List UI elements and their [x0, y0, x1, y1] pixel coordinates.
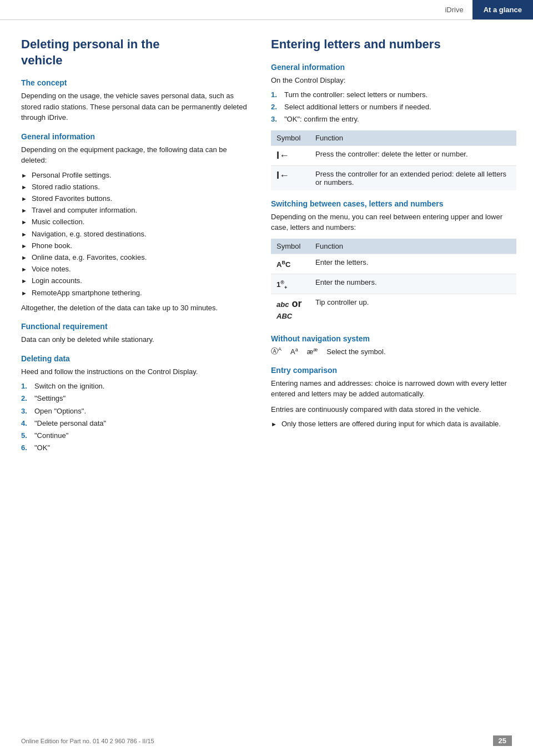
list-item: 3."OK": confirm the entry.: [271, 114, 516, 124]
list-item: ►Phone book.: [21, 241, 254, 251]
table-function: Press the controller: delete the letter …: [310, 145, 516, 165]
table-row: ABCEnter the letters.: [271, 254, 516, 274]
left-section2-heading: General information: [21, 132, 254, 141]
list-item: ►Stored radio stations.: [21, 182, 254, 192]
list-item: ►Music collection.: [21, 217, 254, 227]
right-section3-heading: Without navigation system: [271, 334, 516, 343]
step-number: 3.: [21, 406, 30, 416]
main-content: Deleting personal in the vehicle The con…: [0, 20, 533, 474]
list-item: ►Travel and computer information.: [21, 205, 254, 215]
bullet-arrow-icon: ►: [21, 183, 27, 191]
list-item: 5."Continue": [21, 431, 254, 441]
right-section1-table: Symbol Function I←Press the controller: …: [271, 130, 516, 190]
left-page-title: Deleting personal in the vehicle: [21, 37, 254, 68]
table1-col1-header: Symbol: [271, 130, 310, 146]
bullet-arrow-icon: ►: [21, 277, 27, 285]
left-section1-body: Depending on the usage, the vehicle save…: [21, 90, 254, 123]
table-function: Press the controller for an extended per…: [310, 165, 516, 190]
table1-col2-header: Function: [310, 130, 516, 146]
right-section4-bullets: ► Only those letters are offered during …: [271, 419, 516, 429]
right-section4-body2: Entries are continuously compared with d…: [271, 404, 516, 415]
right-section1-intro: On the Control Display:: [271, 75, 516, 86]
right-section1-steps: 1.Turn the controller: select letters or…: [271, 90, 516, 125]
right-section2-heading: Switching between cases, letters and num…: [271, 199, 516, 208]
list-item: 1.Turn the controller: select letters or…: [271, 90, 516, 100]
table-function: Enter the numbers.: [310, 274, 516, 294]
page-footer: Online Edition for Part no. 01 40 2 960 …: [0, 735, 533, 746]
left-section3-heading: Functional requirement: [21, 322, 254, 331]
table-function: Tip controller up.: [310, 294, 516, 326]
list-item: ►RemoteApp smartphone tethering.: [21, 288, 254, 298]
right-page-title: Entering letters and numbers: [271, 37, 516, 53]
list-item: ► Only those letters are offered during …: [271, 419, 516, 429]
table-symbol: 1®+: [271, 274, 310, 294]
bullet-arrow-icon: ►: [271, 420, 277, 429]
step-number: 1.: [21, 381, 30, 391]
bullet-arrow-icon: ►: [21, 230, 27, 239]
table-symbol: abc or ABC: [271, 294, 310, 326]
table-function: Enter the letters.: [310, 254, 516, 274]
footer-copyright: Online Edition for Part no. 01 40 2 960 …: [21, 738, 154, 744]
right-section4-bullet: Only those letters are offered during in…: [281, 419, 501, 429]
page-header: iDrive At a glance: [0, 0, 533, 20]
list-item: ►Login accounts.: [21, 276, 254, 286]
step-number: 6.: [21, 443, 30, 453]
list-item: ►Personal Profile settings.: [21, 170, 254, 180]
step-number: 2.: [271, 102, 280, 112]
list-item: 1.Switch on the ignition.: [21, 381, 254, 391]
list-item: ►Online data, e.g. Favorites, cookies.: [21, 253, 254, 263]
symbol-num: 1®+: [276, 280, 287, 289]
symbol-abc-ABC: abc: [276, 300, 289, 309]
symbol-ABC: ABC: [276, 312, 292, 320]
step-number: 4.: [21, 419, 30, 429]
bullet-arrow-icon: ►: [21, 254, 27, 262]
table-row: abc or ABCTip controller up.: [271, 294, 516, 326]
table-row: I←Press the controller: delete the lette…: [271, 145, 516, 165]
left-column: Deleting personal in the vehicle The con…: [21, 37, 254, 457]
bullet-arrow-icon: ►: [21, 289, 27, 298]
step-number: 2.: [21, 394, 30, 404]
left-section4-steps: 1.Switch on the ignition.2."Settings"3.O…: [21, 381, 254, 453]
page-number: 25: [493, 735, 512, 746]
list-item: 2.Select additional letters or numbers i…: [271, 102, 516, 112]
list-item: 6."OK": [21, 443, 254, 453]
list-item: ►Navigation, e.g. stored destinations.: [21, 229, 254, 239]
bullet-arrow-icon: ►: [21, 218, 27, 226]
table-symbol: I←: [271, 165, 310, 190]
left-section4-heading: Deleting data: [21, 354, 254, 363]
step-number: 5.: [21, 431, 30, 441]
right-section2-table: Symbol Function ABCEnter the letters.1®+…: [271, 239, 516, 326]
list-item: 2."Settings": [21, 394, 254, 404]
nav-symbol-3: ææ: [307, 347, 318, 356]
list-item: ►Stored Favorites buttons.: [21, 194, 254, 204]
left-section2-intro: Depending on the equipment package, the …: [21, 144, 254, 166]
symbol-abc: ABC: [276, 260, 290, 269]
right-section3-symbols: ⒶA Aa ææ Select the symbol.: [271, 346, 516, 356]
header-at-a-glance-label: At a glance: [472, 0, 533, 19]
right-section2-intro: Depending on the menu, you can reel betw…: [271, 211, 516, 233]
nav-symbol-2: Aa: [290, 347, 298, 356]
left-section2-footer: Altogether, the deletion of the data can…: [21, 303, 254, 314]
nav-symbol-1: ⒶA: [271, 346, 281, 356]
table2-col2-header: Function: [310, 239, 516, 254]
left-section1-heading: The concept: [21, 78, 254, 87]
table-symbol: I←: [271, 145, 310, 165]
bullet-arrow-icon: ►: [21, 172, 27, 180]
list-item: 4."Delete personal data": [21, 419, 254, 429]
right-section4-heading: Entry comparison: [271, 366, 516, 375]
right-section1-heading: General information: [271, 63, 516, 72]
left-section4-intro: Heed and follow the instructions on the …: [21, 366, 254, 377]
left-section3-body: Data can only be deleted while stationar…: [21, 334, 254, 345]
table-row: I←Press the controller for an extended p…: [271, 165, 516, 190]
bullet-arrow-icon: ►: [21, 265, 27, 274]
bullet-arrow-icon: ►: [21, 242, 27, 250]
header-idrive-label: iDrive: [436, 0, 472, 19]
step-number: 1.: [271, 90, 280, 100]
table-row: 1®+Enter the numbers.: [271, 274, 516, 294]
list-item: ►Voice notes.: [21, 264, 254, 274]
right-column: Entering letters and numbers General inf…: [271, 37, 516, 457]
bullet-arrow-icon: ►: [21, 195, 27, 203]
bullet-arrow-icon: ►: [21, 206, 27, 215]
table2-col1-header: Symbol: [271, 239, 310, 254]
right-section4-body1: Entering names and addresses: choice is …: [271, 378, 516, 400]
